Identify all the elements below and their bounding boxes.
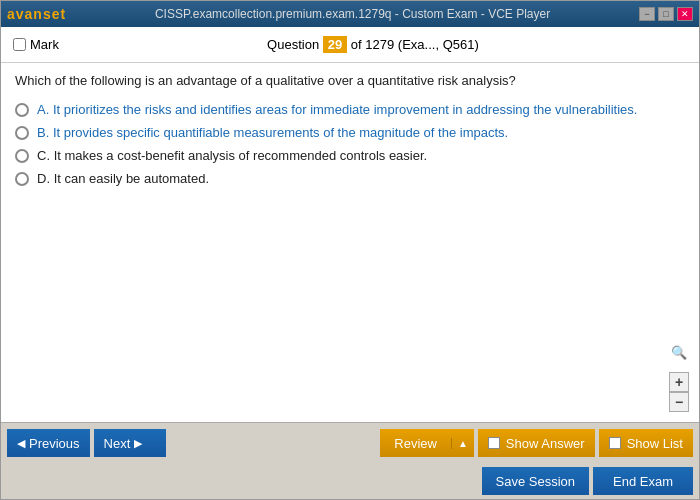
show-list-checkbox-icon — [609, 437, 621, 449]
show-answer-checkbox-icon — [488, 437, 500, 449]
zoom-controls: + − — [669, 372, 689, 412]
radio-a[interactable] — [15, 103, 29, 117]
option-a-text: A. It prioritizes the risks and identifi… — [37, 102, 637, 117]
exam-code: (Exa..., Q561) — [398, 37, 479, 52]
question-number: 29 — [323, 36, 347, 53]
bottom-toolbar: ◀ Previous Next ▶ Review ▲ Show Answer S… — [1, 422, 699, 499]
mark-checkbox[interactable] — [13, 38, 26, 51]
question-text: Which of the following is an advantage o… — [15, 73, 685, 88]
end-exam-button[interactable]: End Exam — [593, 467, 693, 495]
main-window: avanset CISSP.examcollection.premium.exa… — [0, 0, 700, 500]
title-bar-left: avanset — [7, 6, 66, 22]
end-exam-label: End Exam — [613, 474, 673, 489]
answer-options: A. It prioritizes the risks and identifi… — [15, 102, 685, 186]
prev-arrow-icon: ◀ — [17, 437, 25, 450]
radio-b[interactable] — [15, 126, 29, 140]
zoom-out-button[interactable]: − — [669, 392, 689, 412]
show-list-label: Show List — [627, 436, 683, 451]
logo-suffix: set — [43, 6, 66, 22]
review-button[interactable]: Review ▲ — [380, 429, 474, 457]
review-label: Review — [380, 436, 451, 451]
save-session-button[interactable]: Save Session — [482, 467, 590, 495]
question-label: Question — [267, 37, 319, 52]
question-total: of 1279 — [351, 37, 394, 52]
option-b-text: B. It provides specific quantifiable mea… — [37, 125, 508, 140]
maximize-button[interactable]: □ — [658, 7, 674, 21]
save-session-label: Save Session — [496, 474, 576, 489]
logo: avanset — [7, 6, 66, 22]
previous-label: Previous — [29, 436, 80, 451]
show-answer-label: Show Answer — [506, 436, 585, 451]
question-header: Mark Question 29 of 1279 (Exa..., Q561) — [1, 27, 699, 63]
next-arrow-icon: ▶ — [134, 437, 142, 450]
mark-area[interactable]: Mark — [13, 37, 59, 52]
option-c[interactable]: C. It makes a cost-benefit analysis of r… — [15, 148, 685, 163]
toolbar-row1: ◀ Previous Next ▶ Review ▲ Show Answer S… — [1, 423, 699, 463]
option-c-text: C. It makes a cost-benefit analysis of r… — [37, 148, 427, 163]
window-controls: − □ ✕ — [639, 7, 693, 21]
option-d[interactable]: D. It can easily be automated. — [15, 171, 685, 186]
option-d-text: D. It can easily be automated. — [37, 171, 209, 186]
previous-button[interactable]: ◀ Previous — [7, 429, 90, 457]
window-title: CISSP.examcollection.premium.exam.1279q … — [66, 7, 639, 21]
zoom-in-button[interactable]: + — [669, 372, 689, 392]
toolbar-row2: Save Session End Exam — [1, 463, 699, 499]
logo-prefix: avan — [7, 6, 43, 22]
main-content: Which of the following is an advantage o… — [1, 63, 699, 422]
next-button[interactable]: Next ▶ — [94, 429, 166, 457]
radio-c[interactable] — [15, 149, 29, 163]
close-button[interactable]: ✕ — [677, 7, 693, 21]
search-icon[interactable]: 🔍 — [669, 342, 689, 362]
show-answer-button[interactable]: Show Answer — [478, 429, 595, 457]
option-a[interactable]: A. It prioritizes the risks and identifi… — [15, 102, 685, 117]
minimize-button[interactable]: − — [639, 7, 655, 21]
title-bar: avanset CISSP.examcollection.premium.exa… — [1, 1, 699, 27]
review-dropdown-icon[interactable]: ▲ — [451, 438, 474, 449]
next-label: Next — [104, 436, 131, 451]
search-area: 🔍 — [669, 342, 689, 362]
question-info: Question 29 of 1279 (Exa..., Q561) — [59, 36, 687, 53]
mark-label: Mark — [30, 37, 59, 52]
option-b[interactable]: B. It provides specific quantifiable mea… — [15, 125, 685, 140]
radio-d[interactable] — [15, 172, 29, 186]
show-list-button[interactable]: Show List — [599, 429, 693, 457]
